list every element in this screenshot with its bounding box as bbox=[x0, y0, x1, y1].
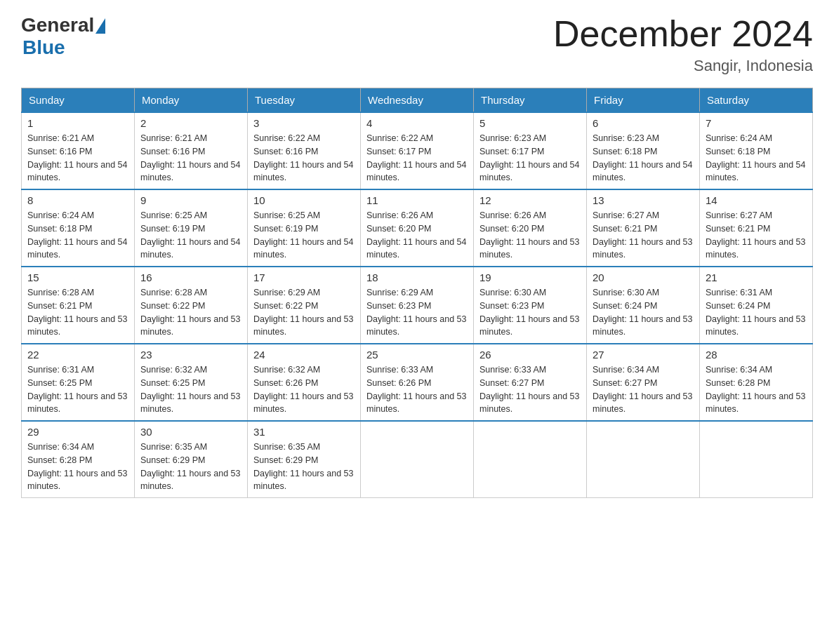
day-info: Sunrise: 6:30 AMSunset: 6:24 PMDaylight:… bbox=[593, 286, 694, 339]
col-header-friday: Friday bbox=[587, 88, 700, 113]
day-info: Sunrise: 6:35 AMSunset: 6:29 PMDaylight:… bbox=[140, 441, 241, 493]
day-info: Sunrise: 6:28 AMSunset: 6:22 PMDaylight:… bbox=[140, 286, 241, 339]
day-number: 20 bbox=[593, 271, 694, 283]
col-header-wednesday: Wednesday bbox=[361, 88, 474, 113]
day-number: 27 bbox=[593, 349, 694, 361]
logo-text: General bbox=[21, 14, 105, 36]
day-number: 16 bbox=[140, 271, 241, 283]
day-info: Sunrise: 6:29 AMSunset: 6:22 PMDaylight:… bbox=[253, 286, 355, 339]
calendar-week-row: 29Sunrise: 6:34 AMSunset: 6:28 PMDayligh… bbox=[22, 421, 813, 498]
day-number: 5 bbox=[479, 117, 581, 129]
day-number: 23 bbox=[140, 349, 241, 361]
table-row: 19Sunrise: 6:30 AMSunset: 6:23 PMDayligh… bbox=[474, 267, 587, 344]
table-row: 17Sunrise: 6:29 AMSunset: 6:22 PMDayligh… bbox=[248, 267, 361, 344]
table-row: 20Sunrise: 6:30 AMSunset: 6:24 PMDayligh… bbox=[587, 267, 700, 344]
table-row: 16Sunrise: 6:28 AMSunset: 6:22 PMDayligh… bbox=[135, 267, 248, 344]
day-number: 4 bbox=[366, 117, 468, 129]
day-info: Sunrise: 6:27 AMSunset: 6:21 PMDaylight:… bbox=[706, 209, 807, 262]
day-number: 15 bbox=[27, 271, 128, 283]
day-info: Sunrise: 6:34 AMSunset: 6:28 PMDaylight:… bbox=[27, 441, 128, 493]
logo: General Blue bbox=[21, 14, 105, 59]
logo-triangle-icon bbox=[95, 18, 105, 34]
header: General Blue December 2024 Sangir, Indon… bbox=[21, 14, 813, 75]
day-number: 18 bbox=[366, 271, 468, 283]
day-info: Sunrise: 6:21 AMSunset: 6:16 PMDaylight:… bbox=[27, 132, 128, 185]
day-number: 25 bbox=[366, 349, 468, 361]
table-row: 15Sunrise: 6:28 AMSunset: 6:21 PMDayligh… bbox=[22, 267, 135, 344]
day-info: Sunrise: 6:35 AMSunset: 6:29 PMDaylight:… bbox=[253, 441, 355, 493]
table-row: 13Sunrise: 6:27 AMSunset: 6:21 PMDayligh… bbox=[587, 189, 700, 267]
day-info: Sunrise: 6:28 AMSunset: 6:21 PMDaylight:… bbox=[27, 286, 128, 339]
calendar-week-row: 1Sunrise: 6:21 AMSunset: 6:16 PMDaylight… bbox=[22, 112, 813, 189]
day-info: Sunrise: 6:30 AMSunset: 6:23 PMDaylight:… bbox=[479, 286, 581, 339]
day-number: 6 bbox=[593, 117, 694, 129]
table-row: 7Sunrise: 6:24 AMSunset: 6:18 PMDaylight… bbox=[700, 112, 813, 189]
day-number: 26 bbox=[479, 349, 581, 361]
table-row bbox=[474, 421, 587, 498]
day-number: 13 bbox=[593, 194, 694, 206]
location-title: Sangir, Indonesia bbox=[553, 57, 813, 75]
day-info: Sunrise: 6:33 AMSunset: 6:27 PMDaylight:… bbox=[479, 363, 581, 416]
day-info: Sunrise: 6:32 AMSunset: 6:25 PMDaylight:… bbox=[140, 363, 241, 416]
day-info: Sunrise: 6:31 AMSunset: 6:25 PMDaylight:… bbox=[27, 363, 128, 416]
day-info: Sunrise: 6:21 AMSunset: 6:16 PMDaylight:… bbox=[140, 132, 241, 185]
table-row: 31Sunrise: 6:35 AMSunset: 6:29 PMDayligh… bbox=[248, 421, 361, 498]
table-row: 29Sunrise: 6:34 AMSunset: 6:28 PMDayligh… bbox=[22, 421, 135, 498]
title-block: December 2024 Sangir, Indonesia bbox=[553, 14, 813, 75]
day-info: Sunrise: 6:23 AMSunset: 6:17 PMDaylight:… bbox=[479, 132, 581, 185]
day-number: 17 bbox=[253, 271, 355, 283]
day-info: Sunrise: 6:23 AMSunset: 6:18 PMDaylight:… bbox=[593, 132, 694, 185]
table-row: 14Sunrise: 6:27 AMSunset: 6:21 PMDayligh… bbox=[700, 189, 813, 267]
day-number: 10 bbox=[253, 194, 355, 206]
day-info: Sunrise: 6:33 AMSunset: 6:26 PMDaylight:… bbox=[366, 363, 468, 416]
table-row: 10Sunrise: 6:25 AMSunset: 6:19 PMDayligh… bbox=[248, 189, 361, 267]
day-info: Sunrise: 6:34 AMSunset: 6:28 PMDaylight:… bbox=[706, 363, 807, 416]
day-number: 2 bbox=[140, 117, 241, 129]
col-header-monday: Monday bbox=[135, 88, 248, 113]
table-row bbox=[700, 421, 813, 498]
col-header-sunday: Sunday bbox=[22, 88, 135, 113]
day-number: 1 bbox=[27, 117, 128, 129]
day-info: Sunrise: 6:34 AMSunset: 6:27 PMDaylight:… bbox=[593, 363, 694, 416]
day-info: Sunrise: 6:25 AMSunset: 6:19 PMDaylight:… bbox=[140, 209, 241, 262]
day-info: Sunrise: 6:29 AMSunset: 6:23 PMDaylight:… bbox=[366, 286, 468, 339]
day-number: 19 bbox=[479, 271, 581, 283]
day-info: Sunrise: 6:24 AMSunset: 6:18 PMDaylight:… bbox=[27, 209, 128, 262]
calendar-week-row: 8Sunrise: 6:24 AMSunset: 6:18 PMDaylight… bbox=[22, 189, 813, 267]
day-info: Sunrise: 6:22 AMSunset: 6:17 PMDaylight:… bbox=[366, 132, 468, 185]
table-row: 1Sunrise: 6:21 AMSunset: 6:16 PMDaylight… bbox=[22, 112, 135, 189]
table-row: 30Sunrise: 6:35 AMSunset: 6:29 PMDayligh… bbox=[135, 421, 248, 498]
calendar-header-row: Sunday Monday Tuesday Wednesday Thursday… bbox=[22, 88, 813, 113]
day-number: 28 bbox=[706, 349, 807, 361]
table-row: 5Sunrise: 6:23 AMSunset: 6:17 PMDaylight… bbox=[474, 112, 587, 189]
table-row: 6Sunrise: 6:23 AMSunset: 6:18 PMDaylight… bbox=[587, 112, 700, 189]
page-container: General Blue December 2024 Sangir, Indon… bbox=[21, 14, 813, 498]
table-row: 26Sunrise: 6:33 AMSunset: 6:27 PMDayligh… bbox=[474, 344, 587, 421]
table-row: 11Sunrise: 6:26 AMSunset: 6:20 PMDayligh… bbox=[361, 189, 474, 267]
table-row: 9Sunrise: 6:25 AMSunset: 6:19 PMDaylight… bbox=[135, 189, 248, 267]
day-number: 12 bbox=[479, 194, 581, 206]
day-info: Sunrise: 6:27 AMSunset: 6:21 PMDaylight:… bbox=[593, 209, 694, 262]
day-number: 22 bbox=[27, 349, 128, 361]
day-number: 30 bbox=[140, 426, 241, 438]
calendar-week-row: 15Sunrise: 6:28 AMSunset: 6:21 PMDayligh… bbox=[22, 267, 813, 344]
calendar-table: Sunday Monday Tuesday Wednesday Thursday… bbox=[21, 88, 813, 498]
day-info: Sunrise: 6:32 AMSunset: 6:26 PMDaylight:… bbox=[253, 363, 355, 416]
logo-general-text: General bbox=[21, 14, 94, 36]
day-info: Sunrise: 6:31 AMSunset: 6:24 PMDaylight:… bbox=[706, 286, 807, 339]
day-number: 7 bbox=[706, 117, 807, 129]
day-number: 29 bbox=[27, 426, 128, 438]
col-header-thursday: Thursday bbox=[474, 88, 587, 113]
day-info: Sunrise: 6:26 AMSunset: 6:20 PMDaylight:… bbox=[366, 209, 468, 262]
table-row: 3Sunrise: 6:22 AMSunset: 6:16 PMDaylight… bbox=[248, 112, 361, 189]
table-row: 24Sunrise: 6:32 AMSunset: 6:26 PMDayligh… bbox=[248, 344, 361, 421]
day-info: Sunrise: 6:24 AMSunset: 6:18 PMDaylight:… bbox=[706, 132, 807, 185]
col-header-saturday: Saturday bbox=[700, 88, 813, 113]
table-row: 25Sunrise: 6:33 AMSunset: 6:26 PMDayligh… bbox=[361, 344, 474, 421]
day-info: Sunrise: 6:25 AMSunset: 6:19 PMDaylight:… bbox=[253, 209, 355, 262]
col-header-tuesday: Tuesday bbox=[248, 88, 361, 113]
table-row: 28Sunrise: 6:34 AMSunset: 6:28 PMDayligh… bbox=[700, 344, 813, 421]
table-row: 18Sunrise: 6:29 AMSunset: 6:23 PMDayligh… bbox=[361, 267, 474, 344]
day-number: 11 bbox=[366, 194, 468, 206]
table-row: 2Sunrise: 6:21 AMSunset: 6:16 PMDaylight… bbox=[135, 112, 248, 189]
